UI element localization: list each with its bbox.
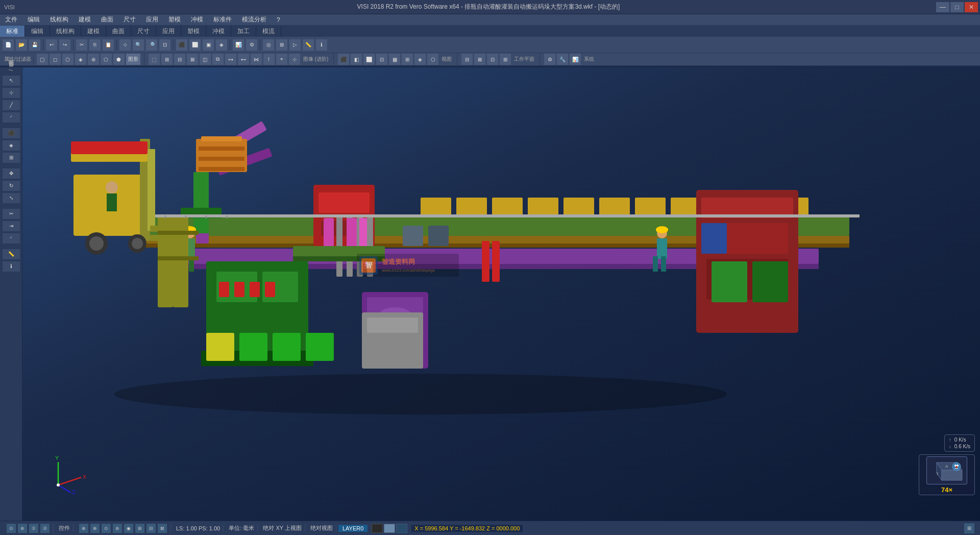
tb-view-side[interactable]: ⬜ xyxy=(189,39,201,51)
tb-select[interactable]: ⊹ xyxy=(119,39,131,51)
tb-view-top[interactable]: ▣ xyxy=(202,39,214,51)
menu-file[interactable]: 文件 xyxy=(2,14,20,25)
tb-view5[interactable]: ▦ xyxy=(388,53,401,65)
tb-view-iso[interactable]: ◈ xyxy=(215,39,228,51)
status-btn4[interactable]: ② xyxy=(40,523,50,533)
tab-apply[interactable]: 应用 xyxy=(156,26,181,37)
tb-copy[interactable]: ⎘ xyxy=(89,39,101,51)
tb-redo[interactable]: ↪ xyxy=(59,39,71,51)
status-snap6[interactable]: ⊞ xyxy=(135,523,145,533)
tab-die[interactable]: 冲模 xyxy=(206,26,231,37)
tab-edit[interactable]: 编辑 xyxy=(25,26,50,37)
tb-save[interactable]: 💾 xyxy=(29,39,41,51)
tb-info[interactable]: ℹ xyxy=(315,39,328,51)
menu-dimension[interactable]: 尺寸 xyxy=(120,14,139,25)
tb-sys1[interactable]: ⚙ xyxy=(544,53,556,65)
status-snap8[interactable]: ⊠ xyxy=(157,523,167,533)
tb-zoom-out[interactable]: 🔎 xyxy=(145,39,158,51)
tb-img7[interactable]: ⊶ xyxy=(225,53,237,65)
status-snap4[interactable]: ⊚ xyxy=(112,523,122,533)
tb-img8[interactable]: ⊷ xyxy=(237,53,250,65)
tb-sys2[interactable]: 🔧 xyxy=(556,53,569,65)
side-trim[interactable]: ✂ xyxy=(2,208,20,220)
tb-img10[interactable]: ⊺ xyxy=(263,53,275,65)
viewport[interactable]: 智 智造资料网 www.zl123.cn/cad/stl/step/igs X … xyxy=(22,67,980,521)
window-controls[interactable]: — □ ✕ xyxy=(936,2,980,12)
tb-view3[interactable]: ⬜ xyxy=(363,53,375,65)
tb-shape6[interactable]: ⬠ xyxy=(100,53,112,65)
side-extend[interactable]: ⇥ xyxy=(2,221,20,232)
tb-grid[interactable]: ⊞ xyxy=(276,39,288,51)
tb-shape2[interactable]: ◻ xyxy=(49,53,61,65)
status-snap2[interactable]: ⊗ xyxy=(90,523,100,533)
tb-shape4[interactable]: ◈ xyxy=(75,53,87,65)
menu-help[interactable]: ? xyxy=(274,14,283,25)
side-point[interactable]: ⊹ xyxy=(2,87,20,99)
menu-mold[interactable]: 塑模 xyxy=(165,14,184,25)
nav-cube[interactable]: A T xyxy=(926,456,967,484)
tb-attr[interactable]: ⚙ xyxy=(246,39,258,51)
tb-zoom-in[interactable]: 🔍 xyxy=(132,39,144,51)
tb-cut[interactable]: ✂ xyxy=(76,39,88,51)
tb-wp4[interactable]: ⊞ xyxy=(499,53,511,65)
status-btn3[interactable]: ① xyxy=(29,523,39,533)
status-snap3[interactable]: ⊙ xyxy=(101,523,111,533)
tb-img4[interactable]: ⊠ xyxy=(186,53,199,65)
menu-model[interactable]: 建模 xyxy=(76,14,94,25)
tb-shape5[interactable]: ⊛ xyxy=(87,53,100,65)
tb-view6[interactable]: ⊞ xyxy=(401,53,413,65)
menu-wireframe[interactable]: 线框构 xyxy=(47,14,71,25)
side-move[interactable]: ✥ xyxy=(2,168,20,179)
tb-measure[interactable]: 📏 xyxy=(302,39,314,51)
tb-paste[interactable]: 📋 xyxy=(102,39,114,51)
menu-standard[interactable]: 标准件 xyxy=(210,14,235,25)
tb-shape3[interactable]: ⬡ xyxy=(62,53,74,65)
tab-flow[interactable]: 模流 xyxy=(256,26,281,37)
tab-model[interactable]: 建模 xyxy=(81,26,106,37)
side-rotate[interactable]: ↻ xyxy=(2,180,20,191)
close-button[interactable]: ✕ xyxy=(965,2,978,12)
side-line[interactable]: ╱ xyxy=(2,100,20,111)
side-measure[interactable]: 📏 xyxy=(2,249,20,260)
tb-dynamic[interactable]: ▷ xyxy=(289,39,301,51)
side-arc[interactable]: ◜ xyxy=(2,112,20,123)
side-surface[interactable]: ◈ xyxy=(2,140,20,151)
tb-wp2[interactable]: ⊠ xyxy=(474,53,486,65)
tb-img1[interactable]: ⬚ xyxy=(148,53,160,65)
tb-img12[interactable]: ⊹ xyxy=(288,53,301,65)
tb-sys3[interactable]: 📊 xyxy=(569,53,581,65)
tb-shape7[interactable]: ⬟ xyxy=(113,53,125,65)
status-snap1[interactable]: ⊕ xyxy=(79,523,89,533)
tb-view4[interactable]: ⊡ xyxy=(376,53,388,65)
color-swatch-blue[interactable] xyxy=(384,524,395,533)
tb-view-front[interactable]: ⬛ xyxy=(176,39,188,51)
tab-standard[interactable]: 标准 xyxy=(0,26,25,37)
tab-machining[interactable]: 加工 xyxy=(231,26,256,37)
tb-shape-label[interactable]: 图形 xyxy=(126,53,141,65)
side-wire[interactable]: ⊞ xyxy=(2,152,20,163)
tab-wireframe[interactable]: 线框构 xyxy=(50,26,81,37)
tb-img3[interactable]: ⊟ xyxy=(174,53,186,65)
tb-img11[interactable]: ⌖ xyxy=(276,53,288,65)
minimize-button[interactable]: — xyxy=(936,2,949,12)
tb-view7[interactable]: ◈ xyxy=(414,53,426,65)
tb-new[interactable]: 📄 xyxy=(2,39,14,51)
tb-img2[interactable]: ⊞ xyxy=(161,53,173,65)
tab-mold[interactable]: 塑模 xyxy=(181,26,206,37)
tb-view8[interactable]: ⬡ xyxy=(427,53,439,65)
tb-wp3[interactable]: ⊡ xyxy=(486,53,499,65)
tb-undo[interactable]: ↩ xyxy=(45,39,58,51)
tb-snap[interactable]: ◎ xyxy=(262,39,275,51)
menu-flow[interactable]: 模流分析 xyxy=(239,14,270,25)
restore-button[interactable]: □ xyxy=(950,2,964,12)
tb-img6[interactable]: ⧉ xyxy=(212,53,224,65)
side-scale[interactable]: ⤡ xyxy=(2,192,20,204)
menu-die[interactable]: 冲模 xyxy=(188,14,206,25)
tb-zoom-all[interactable]: ⊡ xyxy=(159,39,171,51)
nav-cube-widget[interactable]: A T 74× xyxy=(919,454,975,495)
side-fillet[interactable]: ◜ xyxy=(2,233,20,244)
side-solid[interactable]: ⬛ xyxy=(2,128,20,139)
status-snap5[interactable]: ◉ xyxy=(124,523,134,533)
tb-view1[interactable]: ⬛ xyxy=(337,53,350,65)
tb-shape1[interactable]: ▢ xyxy=(36,53,48,65)
